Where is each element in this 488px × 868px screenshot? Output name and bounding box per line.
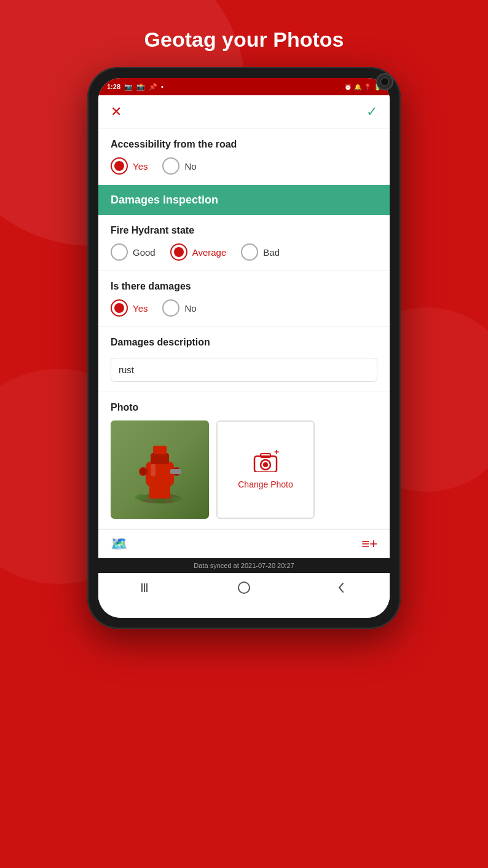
home-button[interactable] bbox=[237, 581, 251, 594]
damages-question-label: Is there damages bbox=[111, 281, 377, 292]
damages-yes-label: Yes bbox=[133, 303, 148, 314]
svg-rect-10 bbox=[151, 464, 155, 476]
hydrant-state-section: Fire Hydrant state Good Average Bad bbox=[98, 215, 390, 271]
hydrant-photo-bg bbox=[111, 420, 209, 519]
svg-point-11 bbox=[135, 494, 148, 500]
photo-label: Photo bbox=[111, 402, 377, 413]
camera-lens bbox=[380, 77, 389, 86]
svg-rect-9 bbox=[170, 469, 181, 474]
damages-header-text: Damages inspection bbox=[111, 194, 218, 206]
damages-no-radio[interactable] bbox=[162, 299, 179, 317]
hydrant-average-radio[interactable] bbox=[170, 243, 187, 261]
damages-no-option[interactable]: No bbox=[162, 299, 196, 317]
hydrant-good-radio[interactable] bbox=[111, 243, 128, 261]
svg-point-16 bbox=[263, 462, 268, 467]
svg-rect-3 bbox=[151, 453, 169, 464]
alarm-icon: ⏰ bbox=[344, 84, 352, 90]
home-icon bbox=[237, 581, 251, 594]
map-icon[interactable]: 🗺️ bbox=[111, 536, 127, 552]
accessibility-no-radio[interactable] bbox=[162, 157, 179, 175]
app-content: ✕ ✓ Accessibility from the road Yes No bbox=[98, 95, 390, 618]
description-input[interactable] bbox=[111, 358, 377, 382]
bottom-toolbar: 🗺️ ≡+ bbox=[98, 529, 390, 558]
location-icon: 📍 bbox=[364, 84, 371, 90]
accessibility-no-option[interactable]: No bbox=[162, 157, 196, 175]
change-photo-label: Change Photo bbox=[238, 479, 293, 489]
svg-rect-2 bbox=[146, 462, 174, 486]
svg-rect-4 bbox=[153, 446, 167, 454]
accessibility-radio-group: Yes No bbox=[111, 157, 377, 175]
close-button[interactable]: ✕ bbox=[111, 104, 122, 120]
change-photo-button[interactable]: + Change Photo bbox=[216, 420, 315, 519]
camera-plus-icon: + bbox=[252, 450, 279, 472]
volume-icon: 🔔 bbox=[354, 84, 361, 90]
svg-rect-20 bbox=[144, 583, 145, 592]
status-right: ⏰ 🔔 📍 🔋 bbox=[344, 84, 381, 90]
phone-screen: 1:28 📷 📸 📌 • ⏰ 🔔 📍 🔋 ✕ ✓ Accessi bbox=[98, 78, 390, 618]
damages-yes-radio[interactable] bbox=[111, 299, 128, 317]
accessibility-yes-label: Yes bbox=[133, 161, 148, 172]
hydrant-bad-option[interactable]: Bad bbox=[241, 243, 280, 261]
hydrant-good-option[interactable]: Good bbox=[111, 243, 155, 261]
svg-rect-21 bbox=[146, 583, 148, 592]
back-icon bbox=[334, 581, 348, 594]
damages-section-header: Damages inspection bbox=[98, 185, 390, 215]
damages-no-label: No bbox=[184, 303, 196, 314]
accessibility-yes-radio[interactable] bbox=[111, 157, 128, 175]
camera-bump bbox=[376, 73, 393, 90]
recent-apps-button[interactable] bbox=[140, 581, 154, 594]
svg-point-12 bbox=[171, 497, 181, 502]
hydrant-photo[interactable] bbox=[111, 420, 209, 519]
damages-question-section: Is there damages Yes No bbox=[98, 271, 390, 327]
page-title: Geotag your Photos bbox=[0, 0, 488, 67]
svg-point-22 bbox=[238, 582, 250, 593]
sync-bar: Data synced at 2021-07-20 20:27 bbox=[98, 558, 390, 573]
confirm-button[interactable]: ✓ bbox=[366, 104, 377, 120]
form-toolbar: ✕ ✓ bbox=[98, 95, 390, 129]
accessibility-no-label: No bbox=[184, 161, 196, 172]
status-left: 1:28 📷 📸 📌 • bbox=[107, 83, 163, 91]
phone-frame: 1:28 📷 📸 📌 • ⏰ 🔔 📍 🔋 ✕ ✓ Accessi bbox=[87, 67, 401, 629]
camera-icon: 📸 bbox=[136, 83, 145, 91]
dot-indicator: • bbox=[161, 83, 163, 90]
accessibility-label: Accessibility from the road bbox=[111, 139, 377, 150]
damages-yes-option[interactable]: Yes bbox=[111, 299, 148, 317]
status-bar: 1:28 📷 📸 📌 • ⏰ 🔔 📍 🔋 bbox=[98, 78, 390, 95]
description-section: Damages description bbox=[98, 327, 390, 392]
hydrant-bad-label: Bad bbox=[263, 247, 280, 258]
svg-rect-19 bbox=[141, 583, 143, 592]
hydrant-good-label: Good bbox=[133, 247, 155, 258]
add-list-icon[interactable]: ≡+ bbox=[361, 536, 377, 552]
photo-section: Photo bbox=[98, 392, 390, 529]
change-photo-icon-wrapper: + bbox=[252, 450, 279, 475]
hydrant-svg bbox=[132, 436, 187, 503]
svg-point-6 bbox=[141, 469, 146, 474]
pinterest-icon: 📌 bbox=[149, 83, 157, 91]
accessibility-section: Accessibility from the road Yes No bbox=[98, 129, 390, 185]
hydrant-bad-radio[interactable] bbox=[241, 243, 258, 261]
accessibility-yes-option[interactable]: Yes bbox=[111, 157, 148, 175]
description-label: Damages description bbox=[111, 337, 377, 348]
hydrant-average-label: Average bbox=[192, 247, 227, 258]
status-time: 1:28 bbox=[107, 83, 120, 90]
instagram-icon: 📷 bbox=[124, 83, 133, 91]
svg-text:+: + bbox=[274, 450, 279, 457]
damages-radio-group: Yes No bbox=[111, 299, 377, 317]
recent-apps-icon bbox=[140, 581, 154, 594]
back-button[interactable] bbox=[334, 581, 348, 594]
hydrant-state-label: Fire Hydrant state bbox=[111, 225, 377, 236]
photo-grid: + Change Photo bbox=[111, 420, 377, 519]
svg-point-13 bbox=[152, 499, 167, 503]
hydrant-state-radio-group: Good Average Bad bbox=[111, 243, 377, 261]
hydrant-average-option[interactable]: Average bbox=[170, 243, 227, 261]
navigation-bar bbox=[98, 573, 390, 602]
sync-text: Data synced at 2021-07-20 20:27 bbox=[194, 562, 294, 569]
